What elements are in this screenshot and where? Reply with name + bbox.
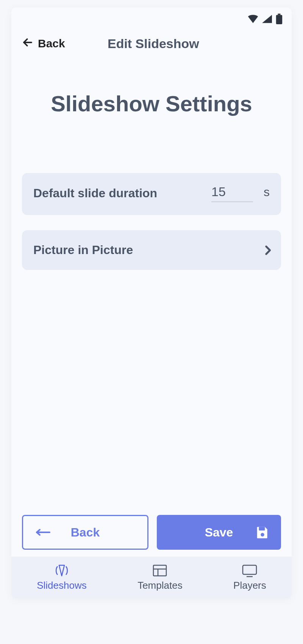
nav-label: Slideshows xyxy=(37,580,87,591)
top-bar: Back Edit Slideshow xyxy=(11,30,292,57)
duration-field: s xyxy=(211,184,270,202)
duration-input[interactable] xyxy=(211,184,253,202)
app-frame: Back Edit Slideshow Slideshow Settings D… xyxy=(11,8,292,598)
pip-label: Picture in Picture xyxy=(33,243,133,257)
back-button[interactable]: Back xyxy=(22,515,148,550)
nav-slideshows[interactable]: Slideshows xyxy=(37,564,87,591)
save-button[interactable]: Save xyxy=(157,515,281,550)
duration-unit: s xyxy=(264,185,270,199)
signal-icon xyxy=(262,15,272,23)
svg-rect-6 xyxy=(153,565,166,576)
bottom-nav: Slideshows Templates Players xyxy=(11,557,292,598)
chevron-right-icon xyxy=(261,244,274,257)
action-row: Back Save xyxy=(11,515,292,557)
templates-icon xyxy=(152,564,168,577)
arrow-left-long-icon xyxy=(34,529,51,536)
battery-icon xyxy=(276,14,283,24)
save-icon xyxy=(255,525,270,540)
page-title: Slideshow Settings xyxy=(11,91,292,116)
slideshows-icon xyxy=(54,564,70,577)
svg-rect-9 xyxy=(243,565,256,574)
duration-label: Default slide duration xyxy=(33,186,157,200)
svg-rect-0 xyxy=(278,14,281,15)
status-bar xyxy=(11,8,292,30)
svg-point-5 xyxy=(261,533,264,537)
wifi-icon xyxy=(248,15,258,23)
nav-templates[interactable]: Templates xyxy=(137,564,183,591)
duration-card: Default slide duration s xyxy=(22,173,281,215)
nav-players[interactable]: Players xyxy=(233,564,266,591)
save-button-label: Save xyxy=(205,525,233,540)
players-icon xyxy=(241,564,258,577)
nav-label: Templates xyxy=(137,580,183,591)
svg-rect-1 xyxy=(276,15,282,25)
back-button-label: Back xyxy=(71,525,100,540)
pip-row[interactable]: Picture in Picture xyxy=(22,230,281,270)
svg-rect-4 xyxy=(259,527,265,531)
content-area: Default slide duration s Picture in Pict… xyxy=(11,116,292,515)
nav-label: Players xyxy=(233,580,266,591)
topbar-title: Edit Slideshow xyxy=(26,36,281,51)
